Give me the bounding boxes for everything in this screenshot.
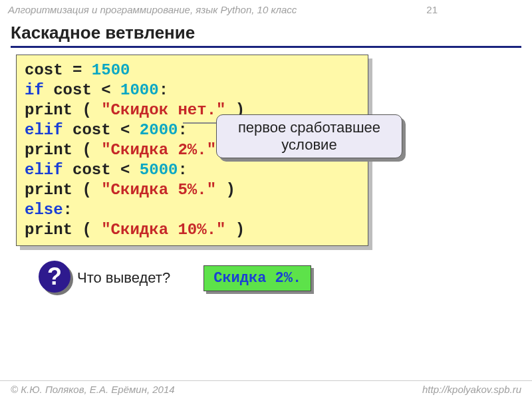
code-line-6: elif cost < 5000: — [25, 160, 360, 180]
question-badge: ? — [39, 261, 73, 295]
question-text: Что выведет? — [77, 269, 170, 287]
page-number: 21 — [426, 4, 524, 15]
code-line-9: print ( "Скидка 10%." ) — [25, 220, 360, 240]
code-line-2: if cost < 1000: — [25, 80, 360, 100]
answer-text: Скидка 2%. — [203, 265, 311, 291]
footer-url: http://kpolyakov.spb.ru — [422, 384, 521, 395]
callout: первое сработавшее условие — [216, 114, 402, 158]
question-mark-icon: ? — [39, 261, 70, 293]
callout-line2: условие — [227, 136, 391, 154]
title-rule — [11, 46, 521, 48]
answer-box: Скидка 2%. — [203, 265, 311, 291]
slide-title: Каскадное ветвление — [0, 19, 532, 46]
code-line-1: cost = 1500 — [25, 61, 360, 80]
callout-box: первое сработавшее условие — [216, 114, 402, 158]
question-row: ? Что выведет? Скидка 2%. — [39, 261, 532, 295]
footer: © К.Ю. Поляков, Е.А. Ерёмин, 2014 http:/… — [0, 380, 532, 399]
callout-line1: первое сработавшее — [227, 119, 391, 136]
header: Алгоритмизация и программирование, язык … — [0, 0, 532, 19]
code-line-8: else: — [25, 200, 360, 220]
header-course: Алгоритмизация и программирование, язык … — [8, 4, 297, 15]
code-line-7: print ( "Скидка 5%." ) — [25, 180, 360, 200]
footer-copyright: © К.Ю. Поляков, Е.А. Ерёмин, 2014 — [11, 384, 175, 395]
